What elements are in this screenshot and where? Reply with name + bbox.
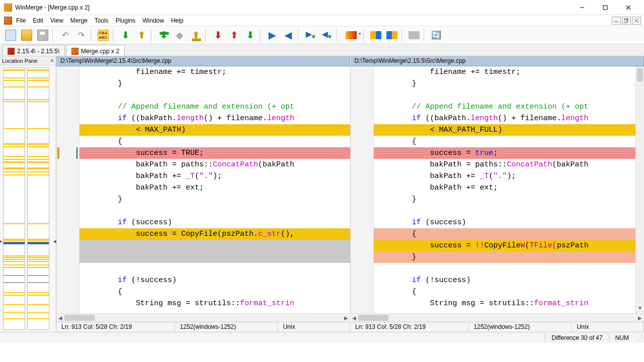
copy-right-button[interactable]: ▶ [265,28,280,43]
menu-help[interactable]: Help [171,17,184,24]
right-pane-status: Ln: 913 Col: 5/28 Ch: 2/19 1252(windows-… [350,322,644,332]
menu-bar: FileEditViewMergeToolsPluginsWindowHelp [0,15,644,26]
location-pane-title: Location Pane [2,58,37,64]
options-button[interactable] [341,28,361,43]
menu-merge[interactable]: Merge [70,17,88,24]
new-button[interactable] [3,28,18,43]
minimize-button[interactable] [571,0,594,15]
left-gutter [56,66,79,313]
all-left-button[interactable] [384,28,399,43]
current-diff-button[interactable]: ◆ [172,28,187,43]
undo-button[interactable]: ↶ [57,28,72,43]
copy-left-button[interactable]: ◀ [281,28,296,43]
menu-edit[interactable]: Edit [33,17,43,24]
first-diff-button[interactable]: ⬇▬ [156,28,171,43]
goto-diff-button[interactable]: ⬇ [243,28,258,43]
location-strip-right[interactable] [27,67,49,330]
left-pane-status: Ln: 913 Col: 5/28 Ch: 2/19 1252(windows-… [56,322,350,332]
right-code[interactable]: filename += timestr; } // Append filenam… [374,66,645,313]
toolbar: ↶ ↷ CBAABC ⬇ ⬆ ⬇▬ ◆ ⬆▬ ⬇ ⬆ ⬇ ▶ ◀ ▶▾ ◀▾ 🔄 [0,26,644,44]
location-pane: Location Pane × ▶ ◀ [0,56,56,332]
mdi-minimize-button[interactable] [612,17,621,25]
menu-view[interactable]: View [50,17,63,24]
file-compare-icon [71,48,78,55]
copy-left-advance-button[interactable]: ◀▾ [319,28,334,43]
location-pane-header: Location Pane × [0,56,56,65]
doc-icon [4,17,12,25]
doc-tab-0[interactable]: 2.15.4\ - 2.15.5\ [2,45,65,56]
last-diff-button[interactable]: ⬆▬ [188,28,203,43]
left-encoding: 1252(windows-1252) [175,322,278,332]
main-area: Location Pane × ▶ ◀ D:\Temp\WinMerge\2.1… [0,56,644,332]
right-file-path[interactable]: D:\Temp\WinMerge\2.15.5\Src\Merge.cpp [350,56,645,66]
numlock-indicator: NUM [609,333,635,342]
window-title: WinMerge - [Merge.cpp x 2] [15,4,571,11]
mdi-restore-button[interactable] [622,17,631,25]
folder-compare-icon [8,48,15,55]
close-button[interactable] [617,0,640,15]
copy-right-advance-button[interactable]: ▶▾ [303,28,318,43]
menu-plugins[interactable]: Plugins [116,17,135,24]
title-bar: WinMerge - [Merge.cpp x 2] [0,0,644,15]
svg-rect-6 [624,20,627,23]
maximize-button[interactable] [594,0,617,15]
menu-file[interactable]: File [16,17,26,24]
diff-area: D:\Temp\WinMerge\2.15.4\Src\Merge.cpp D:… [56,56,644,332]
mdi-close-button[interactable] [632,17,641,25]
right-gutter [351,66,374,313]
doc-tab-label: Merge.cpp x 2 [81,48,119,55]
app-status-bar: Difference 30 of 47 NUM ⋰ [0,332,644,343]
diff-counter: Difference 30 of 47 [545,333,609,342]
redo-button[interactable]: ↷ [73,28,89,43]
prev-diff-button[interactable]: ⬆ [134,28,149,43]
svg-rect-1 [603,6,607,10]
left-file-path[interactable]: D:\Temp\WinMerge\2.15.4\Src\Merge.cpp [56,56,350,66]
window-controls [571,0,640,15]
left-code[interactable]: filename += timestr; } // Append filenam… [79,66,350,313]
menu-tools[interactable]: Tools [95,17,109,24]
location-strip-left[interactable] [3,67,25,330]
document-tabs: 2.15.4\ - 2.15.5\Merge.cpp x 2 [0,44,644,56]
menu-window[interactable]: Window [142,17,164,24]
right-code-pane: filename += timestr; } // Append filenam… [351,66,645,313]
doc-tab-label: 2.15.4\ - 2.15.5\ [17,48,59,55]
location-pane-close-icon[interactable]: × [50,57,54,64]
right-cursor-pos: Ln: 913 Col: 5/28 Ch: 2/19 [350,322,469,332]
right-eol: Unix [572,322,644,332]
right-h-scrollbar[interactable]: ◀▶ [350,314,644,322]
auto-merge-button[interactable] [407,28,422,43]
prev-conflict-button[interactable]: ⬆ [226,28,242,43]
find-replace-button[interactable]: CBAABC [96,28,111,43]
left-h-scrollbar[interactable]: ◀▶ [56,314,350,322]
next-diff-button[interactable]: ⬇ [118,28,133,43]
left-cursor-pos: Ln: 913 Col: 5/28 Ch: 2/19 [56,322,175,332]
location-pane-body[interactable]: ▶ ◀ [0,65,56,332]
app-icon [4,4,12,12]
open-button[interactable] [19,28,34,43]
horizontal-scrollbars: ◀▶ ◀▶ [56,313,644,322]
scroll-down-icon[interactable]: ▼ [636,305,644,313]
pane-status-bar: Ln: 913 Col: 5/28 Ch: 2/19 1252(windows-… [56,322,644,332]
resize-grip-icon[interactable]: ⋰ [635,334,644,341]
save-button[interactable] [35,28,50,43]
vertical-scrollbar[interactable]: ▲ ▼ [635,66,644,313]
left-code-pane: filename += timestr; } // Append filenam… [56,66,351,313]
right-encoding: 1252(windows-1252) [469,322,572,332]
left-eol: Unix [278,322,350,332]
refresh-button[interactable]: 🔄 [429,28,444,43]
location-marker-left-icon: ▶ [0,238,3,244]
path-bar: D:\Temp\WinMerge\2.15.4\Src\Merge.cpp D:… [56,56,644,66]
scroll-thumb[interactable] [637,68,643,81]
code-row: filename += timestr; } // Append filenam… [56,66,644,313]
menu: FileEditViewMergeToolsPluginsWindowHelp [16,17,184,24]
next-conflict-button[interactable]: ⬇ [210,28,225,43]
all-right-button[interactable] [368,28,383,43]
doc-tab-1[interactable]: Merge.cpp x 2 [66,45,125,56]
